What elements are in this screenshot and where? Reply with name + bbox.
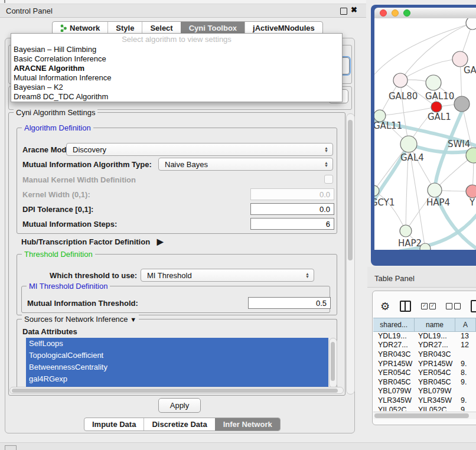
tab-jactivemnodules[interactable]: jActiveMNodules <box>244 22 322 34</box>
table-panel-title: Table Panel <box>374 274 415 283</box>
close-light[interactable] <box>380 9 387 17</box>
attribute-item[interactable]: SelfLoops <box>26 338 328 350</box>
which-threshold-value: MI Threshold <box>147 271 192 280</box>
algorithm-option[interactable]: Bayesian – K2 <box>11 83 342 92</box>
table-cell: 9. <box>461 360 476 368</box>
table-cell: YLR345W <box>373 396 418 405</box>
network-node-top-node[interactable] <box>466 18 476 30</box>
table-row[interactable]: YDR27...YDR27...12 <box>373 341 476 350</box>
attribute-item[interactable]: TopologicalCoefficient <box>26 350 328 361</box>
zoom-light[interactable] <box>403 9 410 17</box>
data-attributes-label: Data Attributes <box>22 327 77 336</box>
table-cell: YER054C <box>418 369 461 377</box>
network-node-salmon-node[interactable] <box>466 185 476 198</box>
table-header-row: shared...nameA <box>373 318 476 332</box>
kernel-width-field[interactable]: 0.0 <box>250 188 334 200</box>
settings-hscrollbar[interactable] <box>9 387 344 394</box>
network-node-label: GAL1 <box>428 112 451 122</box>
network-node-hap2[interactable] <box>400 225 412 237</box>
network-node-gal10[interactable] <box>426 75 441 90</box>
mi-steps-field[interactable]: 6 <box>250 218 334 230</box>
minimize-light[interactable] <box>392 9 399 17</box>
network-canvas[interactable]: GALGAL80GAL10GAL1GAL11GAL4SWI4GCY1HAP4YH… <box>374 18 476 250</box>
network-edge[interactable] <box>406 190 435 231</box>
tab-select[interactable]: Select <box>142 22 180 34</box>
combo-arrows-icon: ▲▼ <box>324 146 328 152</box>
tab-style[interactable]: Style <box>107 22 142 34</box>
settings-hscrollbar-thumb[interactable] <box>12 389 338 393</box>
columns-icon[interactable] <box>400 301 411 312</box>
table-cell: YBL079W <box>418 387 461 395</box>
tab-network[interactable]: Network <box>53 22 107 34</box>
table-column-header[interactable]: shared... <box>373 318 415 331</box>
float-window-icon[interactable] <box>340 8 347 15</box>
table-column-header[interactable]: A <box>455 318 476 331</box>
algorithm-dropdown-popup: Select algorithm to view settings Bayesi… <box>11 33 343 102</box>
data-attributes-list[interactable]: SelfLoopsTopologicalCoefficientBetweenne… <box>26 338 328 387</box>
mi-type-select[interactable]: Naive Bayes ▲▼ <box>158 158 333 171</box>
table-row[interactable]: YER054CYER054C8. <box>373 368 476 377</box>
table-hscrollbar[interactable] <box>373 412 476 419</box>
network-node-gal80[interactable] <box>393 73 407 87</box>
algorithm-option[interactable]: Dream8 DC_TDC Algorithm <box>11 92 342 102</box>
network-node-gray-node[interactable] <box>454 96 470 112</box>
collapse-arrow-icon[interactable]: ▼ <box>130 316 136 323</box>
network-node-gal11[interactable] <box>374 110 386 122</box>
network-node-label: Y <box>469 197 475 208</box>
bottom-tab-discretize-data[interactable]: Discretize Data <box>144 418 214 431</box>
tab-cyni-toolbox[interactable]: Cyni Toolbox <box>181 22 244 34</box>
table-cell: YIL052C <box>418 406 461 411</box>
bottom-tab-infer-network[interactable]: Infer Network <box>215 418 280 431</box>
algorithm-option[interactable]: Bayesian – Hill Climbing <box>11 45 342 54</box>
mi-type-label: Mutual Information Algorithm Type: <box>22 160 152 169</box>
algorithm-option[interactable]: Mutual Information Inference <box>11 73 342 83</box>
network-node-gal4[interactable] <box>400 136 417 152</box>
table-row[interactable]: YPR145WYPR145W9. <box>373 359 476 369</box>
table-cell: YBR045C <box>418 378 461 386</box>
sources-group-title: Sources for Network Inference ▼ <box>22 315 139 324</box>
settings-gear-icon[interactable]: ⚙ <box>380 301 390 312</box>
network-node-label: GAL11 <box>374 120 402 131</box>
minimized-panel-icon[interactable] <box>5 445 17 450</box>
select-all-icon[interactable]: ✓✓ <box>421 303 436 309</box>
settings-scrollbar-thumb[interactable] <box>348 120 353 260</box>
table-row[interactable]: YBR043CYBR043C <box>373 350 476 359</box>
network-node-hap4[interactable] <box>428 183 442 197</box>
manual-kernel-checkbox[interactable] <box>324 175 333 184</box>
dpi-tolerance-field[interactable]: 0.0 <box>250 203 334 215</box>
expand-arrow-icon[interactable]: ▶ <box>157 237 164 246</box>
tab-label: Network <box>70 24 100 32</box>
aracne-mode-select[interactable]: Discovery ▲▼ <box>66 143 333 156</box>
table-row[interactable]: YLR345WYLR345W9. <box>373 396 476 405</box>
deselect-all-icon[interactable] <box>446 303 461 309</box>
table-hscrollbar-thumb[interactable] <box>374 413 469 418</box>
manual-kernel-label: Manual Kernel Width Definition <box>22 175 136 184</box>
table-row[interactable]: YBR045CYBR045C9. <box>373 377 476 387</box>
table-row[interactable]: YIL052CYIL052C9 <box>373 405 476 411</box>
algorithm-option[interactable]: Basic Correlation Inference <box>11 54 342 64</box>
close-icon[interactable]: ✖ <box>351 5 357 14</box>
attr-list-scrollbar[interactable] <box>329 338 337 388</box>
attribute-item[interactable]: BetweennessCentrality <box>26 361 328 373</box>
network-node-gal1[interactable] <box>431 102 442 112</box>
bottom-tab-impute-data[interactable]: Impute Data <box>84 418 144 431</box>
bottom-tab-bar: Impute DataDiscretize DataInfer Network <box>84 418 281 431</box>
network-window-titlebar[interactable] <box>374 8 476 18</box>
tab-label: Infer Network <box>223 420 272 429</box>
attr-list-scrollbar-thumb[interactable] <box>331 342 335 381</box>
export-table-icon[interactable] <box>471 300 476 312</box>
settings-scrollbar[interactable] <box>346 113 355 394</box>
table-cell: YIL052C <box>373 406 418 411</box>
algorithm-option[interactable]: ARACNE Algorithm <box>11 64 342 73</box>
table-cell: YDR27... <box>418 341 461 349</box>
mi-threshold-field[interactable]: 0.5 <box>248 297 331 309</box>
top-strip <box>0 0 366 4</box>
attribute-item[interactable]: gal4RGexp <box>26 373 328 385</box>
apply-button[interactable]: Apply <box>158 398 201 413</box>
network-edge[interactable] <box>374 144 409 191</box>
hub-definition-label: Hub/Transcription Factor Definition ▶ <box>21 237 164 246</box>
table-column-header[interactable]: name <box>415 318 455 331</box>
table-row[interactable]: YDL19...YDL19...13 <box>373 331 476 341</box>
which-threshold-select[interactable]: MI Threshold ▲▼ <box>141 269 314 282</box>
table-row[interactable]: YBL079WYBL079W <box>373 387 476 396</box>
